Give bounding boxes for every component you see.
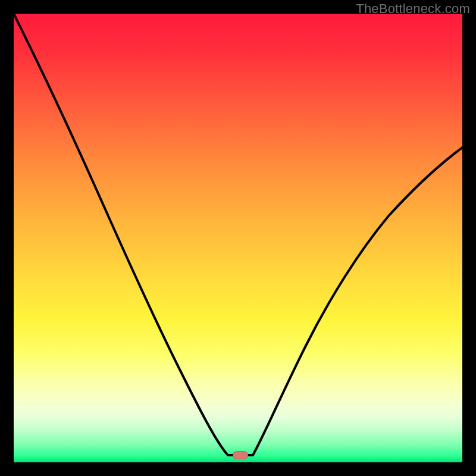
bottleneck-curve [14,14,462,462]
plot-area [14,14,462,462]
optimal-marker [233,451,248,459]
chart-frame: TheBottleneck.com [0,0,476,476]
watermark-text: TheBottleneck.com [356,1,470,17]
